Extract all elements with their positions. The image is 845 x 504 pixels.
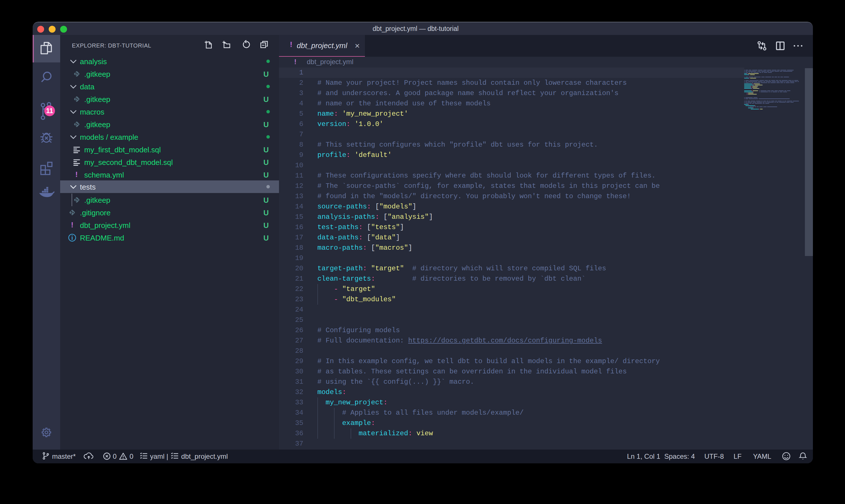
svg-text:i: i [71, 234, 73, 241]
svg-text:11: 11 [46, 107, 53, 114]
